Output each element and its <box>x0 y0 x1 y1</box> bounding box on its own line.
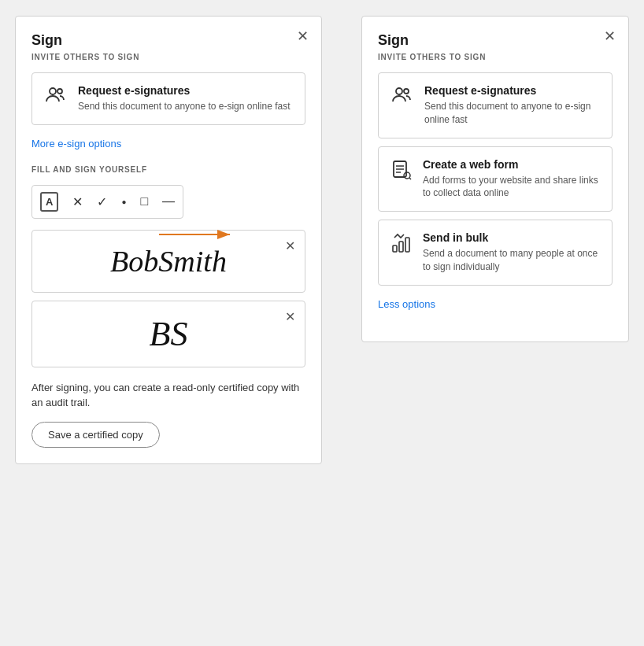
signature-2-image: BS <box>150 314 188 354</box>
svg-point-0 <box>50 88 56 94</box>
left-request-esig-icon <box>45 86 67 109</box>
left-request-esig-desc: Send this document to anyone to e-sign o… <box>78 100 291 113</box>
arrow-indicator <box>159 223 214 246</box>
tools-row: A ✕ ✓ ● □ — <box>31 185 183 219</box>
svg-point-4 <box>396 88 402 94</box>
right-invite-section-label: INVITE OTHERS TO SIGN <box>378 53 486 61</box>
left-request-esig-card[interactable]: Request e-signatures Send this document … <box>31 72 305 125</box>
tool-dot-icon[interactable]: ● <box>121 197 126 206</box>
tool-x-icon[interactable]: ✕ <box>72 194 83 209</box>
tool-dash-icon[interactable]: — <box>162 194 175 209</box>
right-send-bulk-text: Send in bulk Send a document to many peo… <box>423 231 599 274</box>
right-request-esig-desc: Send this document to anyone to e-sign o… <box>424 100 599 127</box>
signature-1-close[interactable]: ✕ <box>285 238 295 253</box>
right-send-bulk-desc: Send a document to many people at once t… <box>423 247 599 274</box>
right-request-esig-icon <box>391 86 413 109</box>
left-panel-wrapper: Sign ✕ INVITE OTHERS TO SIGN Request e-s… <box>15 16 322 464</box>
right-close-button[interactable]: ✕ <box>604 29 616 43</box>
less-options-button[interactable]: Less options <box>378 298 435 310</box>
fill-sign-label: FILL AND SIGN YOURSELF <box>31 165 305 174</box>
svg-rect-13 <box>399 242 403 252</box>
left-close-button[interactable]: ✕ <box>297 29 309 43</box>
left-panel: Sign ✕ INVITE OTHERS TO SIGN Request e-s… <box>15 16 322 464</box>
right-panel-title: Sign <box>378 32 409 48</box>
right-request-esig-text: Request e-signatures Send this document … <box>424 84 599 127</box>
left-request-esig-title: Request e-signatures <box>78 84 291 97</box>
fill-sign-section: FILL AND SIGN YOURSELF A ✕ ✓ ● □ — BobSm… <box>31 165 305 367</box>
right-web-form-text: Create a web form Add forms to your webs… <box>423 158 599 201</box>
save-certified-copy-button[interactable]: Save a certified copy <box>31 422 160 448</box>
signature-1-image: BobSmith <box>110 244 227 279</box>
tool-rect-icon[interactable]: □ <box>140 194 148 209</box>
svg-point-10 <box>404 172 410 179</box>
right-request-esig-title: Request e-signatures <box>424 84 599 97</box>
right-web-form-icon <box>391 160 412 185</box>
signature-2-close[interactable]: ✕ <box>285 309 295 324</box>
svg-point-1 <box>57 89 62 94</box>
right-web-form-desc: Add forms to your website and share link… <box>423 174 599 201</box>
left-invite-section-label: INVITE OTHERS TO SIGN <box>31 53 139 61</box>
tool-check-icon[interactable]: ✓ <box>97 194 107 209</box>
right-send-bulk-title: Send in bulk <box>423 231 599 244</box>
left-invite-label: INVITE OTHERS TO SIGN <box>31 49 305 63</box>
right-panel: Sign ✕ INVITE OTHERS TO SIGN Request e-s… <box>361 16 629 342</box>
right-send-bulk-icon <box>391 233 412 258</box>
left-request-esig-text: Request e-signatures Send this document … <box>78 84 291 113</box>
svg-rect-14 <box>405 238 409 252</box>
more-esign-options-button[interactable]: More e-sign options <box>31 138 121 150</box>
right-request-esig-card[interactable]: Request e-signatures Send this document … <box>378 72 613 138</box>
right-send-bulk-card[interactable]: Send in bulk Send a document to many peo… <box>378 220 613 286</box>
left-panel-title: Sign <box>31 32 62 48</box>
tool-text-icon[interactable]: A <box>40 192 58 212</box>
certified-copy-text: After signing, you can create a read-onl… <box>31 380 305 411</box>
main-container: Sign ✕ INVITE OTHERS TO SIGN Request e-s… <box>15 16 629 464</box>
svg-line-11 <box>409 178 411 179</box>
right-web-form-title: Create a web form <box>423 158 599 171</box>
svg-point-5 <box>404 89 409 94</box>
right-web-form-card[interactable]: Create a web form Add forms to your webs… <box>378 146 613 212</box>
svg-rect-12 <box>393 245 397 252</box>
signature-box-2[interactable]: BS ✕ <box>31 301 305 367</box>
